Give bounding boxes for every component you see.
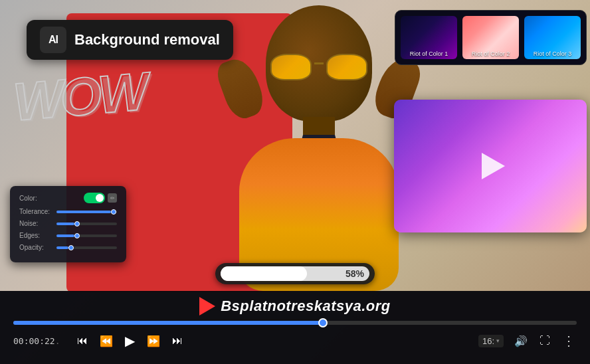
watermark-arrow-icon xyxy=(199,297,215,316)
color-toggle[interactable] xyxy=(84,193,105,203)
ai-background-removal-badge[interactable]: AI Background removal xyxy=(27,20,233,60)
tolerance-row: Tolerance: xyxy=(19,208,117,215)
opacity-label: Opacity: xyxy=(19,244,52,251)
person-figure xyxy=(219,5,419,291)
color-row: Color: ✏ xyxy=(19,193,117,203)
wow-text-decoration: WOW xyxy=(11,61,148,134)
opacity-slider[interactable] xyxy=(56,246,117,249)
sunglasses xyxy=(269,52,369,82)
progress-label: 58% xyxy=(345,268,364,279)
thumbnail-1-label: Riot of Color 1 xyxy=(401,50,457,57)
thumbnail-3-label: Riot of Color 3 xyxy=(524,50,581,57)
lens-right xyxy=(326,54,367,80)
glasses-bridge xyxy=(314,62,324,64)
fast-forward-button[interactable]: ⏩ xyxy=(146,333,161,349)
fullscreen-button[interactable]: ⛶ xyxy=(538,333,551,348)
play-button[interactable]: ▶ xyxy=(124,331,136,350)
skip-forward-button[interactable]: ⏭ xyxy=(171,333,184,348)
time-display: 00:00:22. xyxy=(13,336,66,346)
opacity-row: Opacity: xyxy=(19,244,117,251)
thumbnails-panel: Riot of Color 1 Riot of Color 2 Riot of … xyxy=(395,10,587,65)
progress-fill xyxy=(221,266,307,281)
speed-value: 16: xyxy=(482,336,494,346)
noise-row: Noise: xyxy=(19,220,117,227)
video-player-bar: Bsplatnotreskatsya.org 00:00:22. ⏮ ⏪ ▶ ⏩… xyxy=(0,291,590,364)
rewind-button[interactable]: ⏪ xyxy=(98,333,114,349)
ai-icon: AI xyxy=(40,27,66,53)
watermark-area: Bsplatnotreskatsya.org xyxy=(13,291,577,321)
color-edit-icon[interactable]: ✏ xyxy=(108,193,117,203)
more-options-button[interactable]: ⋮ xyxy=(561,331,577,350)
thumbnails-row: Riot of Color 1 Riot of Color 2 Riot of … xyxy=(401,16,581,59)
noise-label: Noise: xyxy=(19,220,52,227)
watermark-text: Bsplatnotreskatsya.org xyxy=(221,298,391,315)
ai-badge-label: Background removal xyxy=(74,31,220,48)
edges-label: Edges: xyxy=(19,232,52,239)
progress-bar-container: 58% xyxy=(215,263,375,284)
thumbnail-2[interactable]: Riot of Color 2 xyxy=(462,16,519,59)
timeline-thumb[interactable] xyxy=(318,318,328,327)
main-container: WOW AI Background removal Riot of Color … xyxy=(0,0,590,364)
volume-button[interactable]: 🔊 xyxy=(513,333,529,349)
edges-slider[interactable] xyxy=(56,234,117,237)
color-panel: Color: ✏ Tolerance: Noise: xyxy=(10,186,126,262)
thumbnail-3[interactable]: Riot of Color 3 xyxy=(524,16,581,59)
color-label: Color: xyxy=(19,195,52,202)
thumbnail-2-label: Riot of Color 2 xyxy=(462,50,519,57)
edges-row: Edges: xyxy=(19,232,117,239)
large-preview-panel[interactable] xyxy=(394,100,587,232)
preview-play-icon xyxy=(482,153,505,179)
tolerance-slider[interactable] xyxy=(56,211,117,213)
lens-left xyxy=(270,54,312,80)
tolerance-label: Tolerance: xyxy=(19,208,52,215)
controls-row: 00:00:22. ⏮ ⏪ ▶ ⏩ ⏭ 16: ▾ 🔊 ⛶ ⋮ xyxy=(13,330,577,350)
noise-slider[interactable] xyxy=(56,223,117,225)
hand-left xyxy=(213,54,268,122)
timeline-fill xyxy=(13,321,323,325)
thumbnail-1[interactable]: Riot of Color 1 xyxy=(401,16,457,59)
toggle-dot xyxy=(96,194,104,202)
skip-back-button[interactable]: ⏮ xyxy=(76,333,89,348)
speed-arrow-icon: ▾ xyxy=(496,337,500,344)
timeline-bar[interactable] xyxy=(13,321,577,325)
speed-selector[interactable]: 16: ▾ xyxy=(478,335,504,347)
